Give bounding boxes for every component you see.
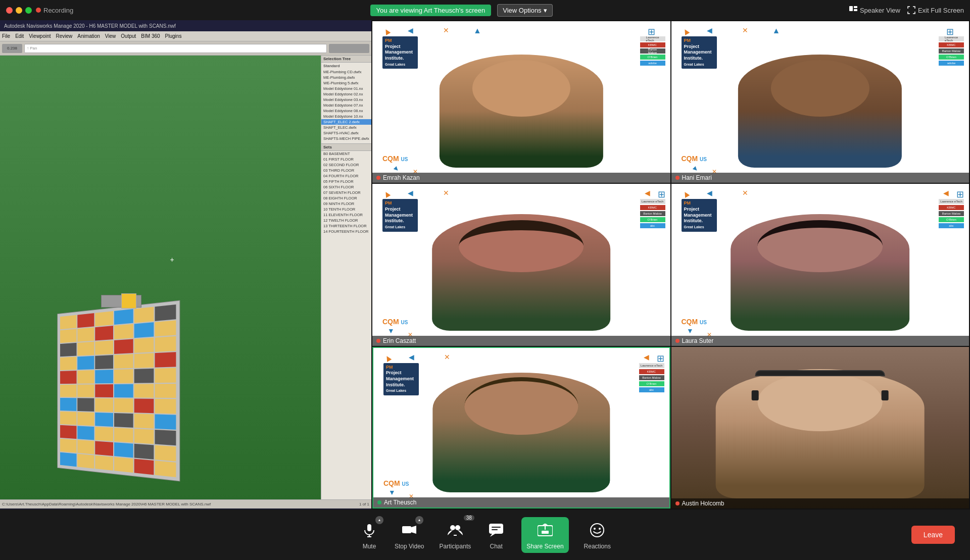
chat-label: Chat — [490, 543, 503, 550]
traffic-lights — [6, 7, 32, 14]
navisworks-window[interactable]: Autodesk Navisworks Manage 2020 - H6 MAS… — [0, 20, 371, 510]
menu-bim360[interactable]: BIM 360 — [141, 33, 160, 39]
file-list: ME-Plumbing CD.dwfx ME-Plumbing.dwfx WE-… — [321, 69, 371, 141]
nav-tool-item[interactable]: 0.238 — [2, 44, 22, 53]
maximize-button[interactable] — [25, 7, 32, 14]
floor-item[interactable]: 12 TWELTH FLOOR — [321, 218, 371, 223]
floor-item[interactable]: 09 NINTH FLOOR — [321, 201, 371, 207]
video-tile-art-theusch[interactable]: ▲ ◀ ✕ ◀ ⊞ PMProjectManagementInstitute.G… — [372, 347, 670, 508]
video-tile-austin-holcomb[interactable]: Austin Holcomb — [671, 347, 969, 508]
menu-view[interactable]: View — [105, 33, 116, 39]
deco: ◀ — [943, 189, 949, 197]
menu-output[interactable]: Output — [121, 33, 136, 39]
floor-item[interactable]: 05 FIFTH FLOOR — [321, 179, 371, 184]
mic-status-art — [377, 500, 381, 504]
menu-edit[interactable]: Edit — [15, 33, 24, 39]
deco-icon: ▲ — [473, 26, 481, 35]
recording-badge: Recording — [36, 7, 73, 14]
people-icon — [448, 524, 463, 536]
mute-options-chevron[interactable]: ▴ — [375, 516, 383, 524]
pm-logo-art: PMProjectManagementInstitute.Great Lakes — [383, 363, 419, 388]
exit-fullscreen-icon — [907, 6, 915, 14]
panel-item[interactable]: SHAFTS-MECH PIPE.dwfx — [321, 136, 371, 141]
chat-button[interactable]: Chat — [486, 520, 506, 550]
floor-item[interactable]: 02 SECOND FLOOR — [321, 162, 371, 168]
panel-item[interactable]: Model Eddystone 10.nx — [321, 114, 371, 119]
svg-rect-11 — [489, 524, 503, 534]
nav-viewport[interactable]: + — [0, 56, 321, 499]
mic-status-laura — [675, 339, 680, 343]
screen-share-icon — [538, 524, 553, 537]
participant-label: Laura Suter — [682, 337, 714, 344]
floor-item[interactable]: 06 SIXTH FLOOR — [321, 184, 371, 190]
share-screen-button[interactable]: Share Screen — [521, 517, 568, 553]
floor-item[interactable]: B0 BASEMENT — [321, 151, 371, 157]
top-bar: Recording You are viewing Art Theusch's … — [0, 0, 970, 20]
chevron-down-icon: ▾ — [544, 7, 547, 14]
pm-logo-hani: PMProjectManagementInstitute.Great Lakes — [682, 36, 717, 62]
building — [57, 300, 180, 481]
menu-animation[interactable]: Animation — [77, 33, 100, 39]
floor-item[interactable]: 01 FIRST FLOOR — [321, 157, 371, 162]
participant-label: Emrah Kazan — [383, 174, 420, 181]
panel-item-selected[interactable]: SHAFT_ELEC 2.dwfx — [321, 119, 371, 125]
view-options-button[interactable]: View Options ▾ — [497, 4, 552, 17]
video-options-chevron[interactable]: ▴ — [415, 516, 423, 524]
person-image — [440, 55, 603, 168]
reactions-button[interactable]: Reactions — [584, 520, 611, 550]
panel-item[interactable]: ME-Plumbing CD.dwfx — [321, 69, 371, 75]
emoji-icon — [590, 523, 604, 537]
video-tile-laura-suter[interactable]: ▲ ◀ ✕ ◀ ⊞ PMProjectManagementInstitute.G… — [671, 184, 969, 345]
floor-item[interactable]: 13 THIRTEENTH FLOOR — [321, 223, 371, 229]
close-button[interactable] — [6, 7, 13, 14]
participant-label: Art Theusch — [384, 499, 416, 506]
video-tile-erin-caszatt[interactable]: ▲ ◀ ✕ ◀ ⊞ PMProjectManagementInstitute.G… — [372, 184, 670, 345]
menu-viewpoint[interactable]: Viewpoint — [29, 33, 51, 39]
participant-label: Hani Emari — [682, 174, 712, 181]
svg-rect-2 — [854, 9, 857, 11]
panel-item[interactable]: Model Eddystone 02.nx — [321, 91, 371, 97]
mute-button[interactable]: ▴ Mute — [359, 520, 379, 550]
floor-item[interactable]: 04 FOURTH FLOOR — [321, 173, 371, 179]
menu-review[interactable]: Review — [56, 33, 73, 39]
panel-item[interactable]: Model Eddystone 01.nx — [321, 86, 371, 91]
svg-marker-12 — [490, 534, 495, 537]
floor-item[interactable]: 11 ELEVENTH FLOOR — [321, 212, 371, 218]
panel-item[interactable]: WE-Plumbing 5.dwfx — [321, 80, 371, 86]
svg-point-18 — [594, 528, 596, 530]
menu-plugins[interactable]: Plugins — [165, 33, 182, 39]
panel-item[interactable]: SHAFT_ELEC.dwfx — [321, 125, 371, 130]
leave-button[interactable]: Leave — [911, 526, 955, 544]
exit-fullscreen-button[interactable]: Exit Full Screen — [907, 6, 964, 14]
pm-logo: PMProjectManagementInstitute.Great Lakes — [382, 36, 418, 62]
floor-item[interactable]: 07 SEVENTH FLOOR — [321, 190, 371, 195]
panel-item[interactable]: SHAFTS-HVAC.dwfx — [321, 130, 371, 136]
floor-item[interactable]: 08 EIGHTH FLOOR — [321, 195, 371, 201]
exit-fullscreen-label: Exit Full Screen — [918, 7, 964, 14]
floor-item[interactable]: 14 FOURTEENTH FLOOR — [321, 229, 371, 234]
floor-item[interactable]: 10 TENTH FLOOR — [321, 207, 371, 212]
deco: ▲ — [772, 26, 781, 35]
panel-item[interactable]: Model Eddystone 07.nx — [321, 103, 371, 108]
nav-tools[interactable] — [329, 44, 369, 53]
nav-panel-section-standard: Standard — [321, 63, 371, 69]
svg-rect-0 — [849, 6, 853, 11]
speaker-view-button[interactable]: Speaker View — [849, 6, 900, 14]
video-tile-emrah-kazan[interactable]: ▲ ◀ ✕ ▲ ⊞ PMProjectManagementInstitute.G… — [372, 21, 670, 183]
svg-rect-13 — [492, 527, 501, 528]
floor-item[interactable]: 03 THIRD FLOOR — [321, 168, 371, 173]
sponsor-logos-laura: Lawrence eTech KBMC Barton Malow O'Brien… — [939, 199, 964, 228]
cqm-logo: CQM US — [382, 155, 408, 163]
panel-item[interactable]: Model Eddystone 03.nx — [321, 97, 371, 103]
minimize-button[interactable] — [16, 7, 22, 14]
participants-button[interactable]: 38 Participants — [440, 520, 471, 550]
video-tile-hani-emari[interactable]: ▲ ◀ ✕ ▲ ⊞ PMProjectManagementInstitute.G… — [671, 21, 969, 183]
share-screen-label: Share Screen — [526, 543, 563, 550]
stop-video-button[interactable]: ▴ Stop Video — [395, 520, 424, 550]
deco-laura-b: ▲ — [687, 328, 694, 336]
panel-item[interactable]: ME-Plumbing.dwfx — [321, 75, 371, 80]
nav-search[interactable]: ↑ Pan — [24, 44, 327, 53]
menu-file[interactable]: File — [2, 33, 10, 39]
panel-item[interactable]: Model Eddystone 08.nx — [321, 108, 371, 114]
deco: ◀ — [409, 353, 414, 361]
